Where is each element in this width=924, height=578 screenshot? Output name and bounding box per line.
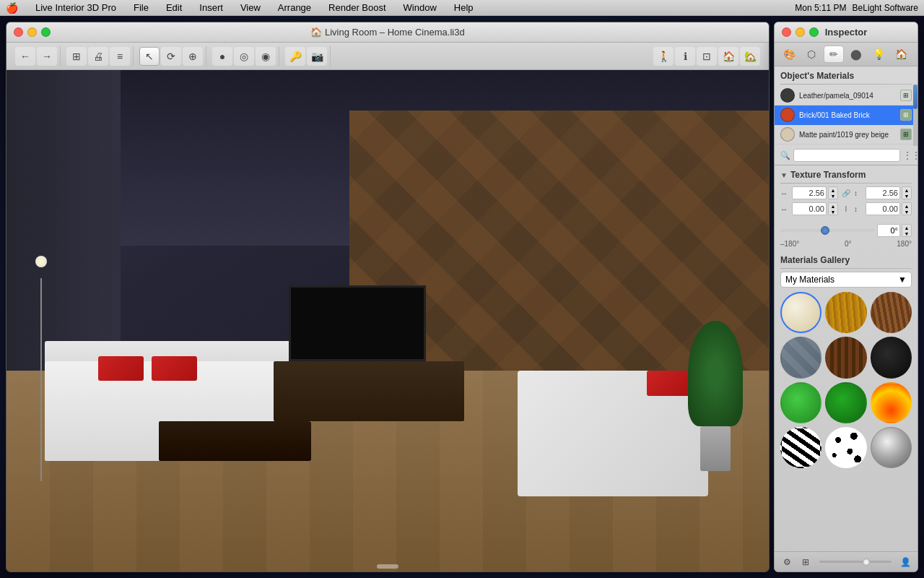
offset-y-up[interactable]: ▲ [902,203,911,209]
layout-btn1[interactable]: ⊡ [697,47,717,66]
main-minimize-button[interactable] [27,27,37,37]
coffee-table [159,421,311,462]
special-group: 🔑 📷 [282,46,331,66]
main-window: 🏠 Living Room – Home Cinema.li3d ← → ⊞ 🖨… [6,22,770,572]
home-btn1[interactable]: 🏠 [718,47,738,66]
nav-back-button[interactable]: ← [15,47,35,66]
material-edit-btn-brick[interactable]: ⊞ [900,109,912,121]
angle-input[interactable] [877,224,900,237]
materials-scrollbar[interactable] [913,85,918,146]
gallery-item-spots[interactable] [825,427,866,468]
menu-dots[interactable]: ⋮⋮ [903,150,918,160]
offset-y-input[interactable] [866,202,900,215]
height-down[interactable]: ▼ [902,193,911,199]
settings-icon-btn[interactable]: ⚙ [779,555,795,569]
angle-label-right: 180° [897,240,912,248]
material-item-matte[interactable]: Matte paint/1019 grey beige ⊞ [775,125,918,144]
camera-button[interactable]: 📷 [307,47,327,66]
offset-x-down[interactable]: ▼ [829,209,837,215]
material-item-leather[interactable]: Leather/pamela_09014 ⊞ [775,86,918,105]
offset-x-up[interactable]: ▲ [829,203,837,209]
apple-menu[interactable]: 🍎 [6,2,18,14]
tab-light[interactable]: 💡 [868,46,889,63]
tab-texture[interactable]: ⬤ [846,46,866,63]
angle-up[interactable]: ▲ [902,225,911,230]
floorplan-button[interactable]: ⊞ [66,47,87,66]
render-btn2[interactable]: ◎ [234,47,254,66]
gallery-item-metal[interactable] [871,427,912,468]
gallery-item-fire[interactable] [871,382,912,423]
select-tool[interactable]: ↖ [139,47,160,66]
gallery-item-green1[interactable] [780,382,821,423]
offset-y-down[interactable]: ▼ [902,209,911,215]
gallery-item-wood2[interactable] [871,292,912,333]
angle-slider[interactable] [780,229,874,232]
search-input[interactable] [793,149,900,162]
gallery-item-cream[interactable] [780,292,821,333]
home-btn2[interactable]: 🏡 [740,47,760,66]
menu-window[interactable]: Window [401,2,440,13]
inspector-minimize-button[interactable] [796,27,805,37]
grid-icon-btn[interactable]: ⊞ [798,555,814,569]
list-button[interactable]: ≡ [110,47,130,66]
height-up[interactable]: ▲ [902,187,911,193]
tab-object[interactable]: ⬡ [801,46,821,63]
main-maximize-button[interactable] [41,27,51,37]
menu-app-name[interactable]: Live Interior 3D Pro [32,2,119,13]
width-down[interactable]: ▼ [829,193,837,199]
print-button[interactable]: 🖨 [88,47,108,66]
material-item-brick[interactable]: Brick/001 Baked Brick ⊞ [775,105,918,125]
tab-materials[interactable]: 🎨 [779,46,799,63]
material-swatch-matte [780,127,795,142]
nav-forward-button[interactable]: → [37,47,57,66]
main-close-button[interactable] [14,27,23,37]
menu-insert[interactable]: Insert [196,2,226,13]
height-stepper[interactable]: ▲ ▼ [902,186,912,199]
tab-paint[interactable]: ✏ [824,46,844,63]
render-group: ● ◎ ◉ [209,46,279,66]
gallery-item-wood1[interactable] [825,292,866,333]
offset-y-stepper[interactable]: ▲ ▼ [902,202,912,215]
gallery-dropdown[interactable]: My Materials ▼ [780,272,912,288]
gallery-item-dark[interactable] [871,337,912,378]
canvas-area[interactable] [6,70,769,571]
zoom-thumb [863,558,870,566]
info-button[interactable]: ℹ [675,47,695,66]
gallery-item-green2[interactable] [825,382,866,423]
tab-room[interactable]: 🏠 [891,46,911,63]
render-btn3[interactable]: ◉ [256,47,276,66]
width-stepper[interactable]: ▲ ▼ [828,186,838,199]
dropdown-chevron-icon: ▼ [898,275,907,285]
width-up[interactable]: ▲ [829,187,837,193]
gallery-item-stone[interactable] [780,337,821,378]
key-button[interactable]: 🔑 [285,47,305,66]
height-input[interactable] [866,186,900,199]
angle-down[interactable]: ▼ [902,230,911,236]
inspector-close-button[interactable] [782,27,791,37]
gallery-item-zebra[interactable] [780,427,821,468]
inspector-traffic-lights [782,27,819,37]
rotate-tool[interactable]: ⟳ [161,47,181,66]
nav-group: ← → [12,46,61,66]
add-tool[interactable]: ⊕ [183,47,203,66]
zoom-slider[interactable] [819,561,892,563]
inspector-maximize-button[interactable] [809,27,819,37]
angle-stepper[interactable]: ▲ ▼ [902,224,912,237]
gallery-item-brown-wood[interactable] [825,337,866,378]
offset-x-input[interactable] [792,202,827,215]
menu-view[interactable]: View [237,2,263,13]
material-edit-btn-leather[interactable]: ⊞ [900,90,912,101]
menu-help[interactable]: Help [451,2,476,13]
render-btn1[interactable]: ● [212,47,232,66]
walk-button[interactable]: 🚶 [653,47,674,66]
menu-edit[interactable]: Edit [163,2,185,13]
menu-arrange[interactable]: Arrange [275,2,314,13]
person-icon-btn[interactable]: 👤 [897,555,913,569]
width-input[interactable] [792,186,827,199]
menu-file[interactable]: File [131,2,152,13]
offset-x-stepper[interactable]: ▲ ▼ [828,202,838,215]
material-edit-btn-matte[interactable]: ⊞ [900,129,912,140]
room-scene [6,70,769,571]
objects-materials-label: Object's Materials [780,71,854,81]
menu-rendeboost[interactable]: Render Boost [326,2,389,13]
